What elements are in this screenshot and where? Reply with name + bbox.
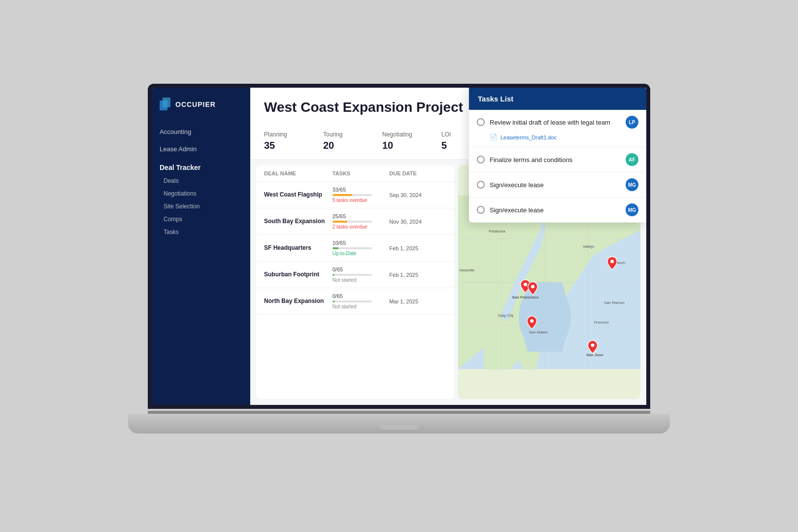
task-main-row-0: Review initial draft of lease with legal… [477,116,638,129]
nav-accounting[interactable]: Accounting [160,123,242,140]
col-due-date: Due Date [389,170,446,176]
task-text-3: Sign/execute lease [490,206,621,214]
progress-fill-2 [332,247,338,249]
tasks-count-0: 33/65 [332,187,390,193]
col-tasks: Tasks [332,170,390,176]
tasks-list-header: Tasks List [469,88,646,110]
task-avatar-0: LP [626,116,638,129]
svg-point-28 [530,319,533,323]
due-date-2: Feb 1, 2025 [389,245,446,251]
task-checkbox-0[interactable] [477,118,485,126]
deal-name-3: Suburban Footprint [264,270,332,279]
col-deal-name: Deal Name [264,170,332,176]
sidebar-item-deals[interactable]: Deals [160,174,242,187]
sidebar: OCCUPIER Accounting Lease Admin Deal Tra… [152,88,250,405]
tasks-count-3: 0/65 [332,266,390,272]
stat-label-negotiating: Negotiating [382,131,422,138]
stat-negotiating: Negotiating 10 [382,131,422,151]
task-checkbox-2[interactable] [477,181,485,189]
tasks-cell-2: 10/65 Up-to-Date [332,240,390,256]
stat-value-touring: 20 [323,140,363,151]
deal-name-2: SF Headquarters [264,244,332,252]
svg-text:San Mateo: San Mateo [529,330,548,334]
logo-icon [160,98,171,111]
task-item-1[interactable]: Finalize terms and conditions AF [469,147,646,172]
tasks-count-1: 25/65 [332,213,390,219]
svg-text:San Jose: San Jose [586,353,603,357]
svg-text:Petaluma: Petaluma [489,229,506,233]
tasks-cell-1: 25/65 2 tasks overdue [332,213,390,230]
stat-value-planning: 35 [264,140,303,151]
tasks-cell-3: 0/65 Not started [332,266,390,283]
task-attachment-0[interactable]: 📄 Leaseterms_Draft1.doc [490,133,557,141]
app-name: OCCUPIER [175,100,216,108]
table-row[interactable]: North Bay Expansion 0/65 Not started Mar… [256,288,454,315]
svg-point-29 [591,343,595,347]
svg-point-25 [610,260,614,263]
svg-text:San Ramon: San Ramon [604,300,625,305]
logo-area: OCCUPIER [152,98,250,123]
deals-table: Deal Name Tasks Due Date West Coast Flag… [256,166,454,399]
task-checkbox-1[interactable] [477,156,485,164]
table-row[interactable]: West Coast Flagship 33/65 5 tasks overdu… [256,182,454,208]
tasks-cell-4: 0/65 Not started [332,293,390,309]
progress-fill-1 [332,221,347,223]
tasks-count-4: 0/65 [332,293,390,299]
svg-text:Vallejo: Vallejo [583,244,595,249]
status-1: 2 tasks overdue [332,224,390,230]
task-checkbox-3[interactable] [477,206,485,214]
tasks-count-2: 10/65 [332,240,390,246]
task-item-3[interactable]: Sign/execute lease MG [469,198,646,223]
sidebar-item-tasks[interactable]: Tasks [160,226,242,238]
svg-text:Vacaville: Vacaville [459,268,475,272]
svg-text:Fremont: Fremont [594,320,609,325]
sidebar-item-site-selection[interactable]: Site Selection [160,200,242,213]
due-date-1: Nov 30, 2024 [389,219,446,225]
task-item-2[interactable]: Sign/execute lease MG [469,172,646,198]
status-2: Up-to-Date [332,251,390,256]
table-row[interactable]: Suburban Footprint 0/65 Not started Feb … [256,262,454,288]
attachment-name-0: Leaseterms_Draft1.doc [500,134,557,140]
stat-label-touring: Touring [323,131,363,138]
status-4: Not started [332,304,390,309]
svg-text:Daly City: Daly City [498,313,514,318]
deal-name-0: West Coast Flagship [264,191,332,199]
tasks-list-overlay: Tasks List Review initial draft of lease… [469,88,646,223]
task-item-0[interactable]: Review initial draft of lease with legal… [469,110,646,147]
attachment-icon-0: 📄 [490,133,498,141]
table-row[interactable]: South Bay Expansion 25/65 2 tasks overdu… [256,208,454,235]
svg-point-27 [531,285,534,288]
progress-fill-3 [332,274,334,276]
status-0: 5 tasks overdue [332,198,390,203]
task-avatar-2: MG [626,178,638,191]
progress-fill-4 [332,300,334,302]
nav-lease-admin[interactable]: Lease Admin [160,140,242,158]
progress-bg-1 [332,221,372,223]
due-date-3: Feb 1, 2025 [389,272,446,278]
task-text-1: Finalize terms and conditions [490,156,621,164]
progress-fill-0 [332,194,352,196]
stat-touring: Touring 20 [323,131,363,151]
table-header: Deal Name Tasks Due Date [256,166,454,182]
svg-point-26 [524,283,527,286]
progress-bg-0 [332,194,372,196]
due-date-0: Sep 30, 2024 [389,192,446,198]
table-row[interactable]: SF Headquarters 10/65 Up-to-Date Feb 1, … [256,235,454,262]
deal-name-4: North Bay Expansion [264,297,332,305]
tasks-cell-0: 33/65 5 tasks overdue [332,187,390,203]
nav-section: Accounting Lease Admin Deal Tracker Deal… [152,123,250,238]
task-text-0: Review initial draft of lease with legal… [490,119,621,126]
progress-bg-4 [332,300,372,302]
sidebar-item-negotiations[interactable]: Negotiations [160,187,242,200]
stat-value-negotiating: 10 [382,140,422,151]
nav-deal-tracker[interactable]: Deal Tracker [160,158,242,174]
task-avatar-3: MG [626,203,638,216]
task-text-2: Sign/execute lease [490,181,621,189]
sidebar-item-comps[interactable]: Comps [160,213,242,226]
svg-rect-1 [163,98,170,107]
svg-text:San Francisco: San Francisco [512,295,539,299]
status-3: Not started [332,277,390,283]
task-avatar-1: AF [626,153,638,166]
tasks-list-title: Tasks List [478,95,513,103]
due-date-4: Mar 1, 2025 [389,299,446,304]
